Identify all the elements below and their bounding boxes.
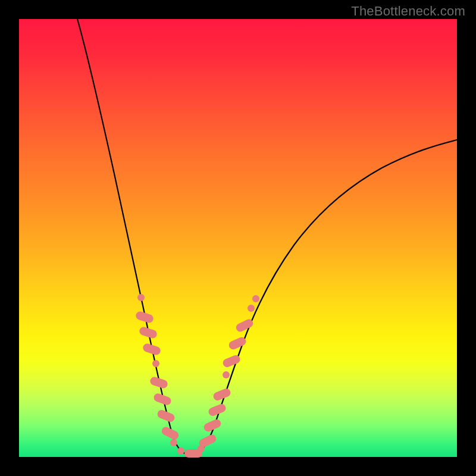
marker-dot bbox=[152, 360, 159, 367]
watermark-text: TheBottleneck.com bbox=[351, 4, 465, 19]
bottleneck-curve bbox=[77, 19, 457, 455]
marker-dot bbox=[223, 371, 230, 378]
curve-layer bbox=[19, 19, 457, 457]
marker-pill bbox=[221, 354, 241, 368]
left-branch-markers bbox=[135, 294, 184, 455]
marker-dot bbox=[248, 305, 255, 312]
marker-dot bbox=[252, 295, 259, 302]
marker-pill bbox=[212, 387, 231, 402]
marker-dot bbox=[177, 447, 184, 455]
plot-area bbox=[19, 19, 457, 457]
marker-pill bbox=[207, 403, 227, 417]
marker-pill bbox=[227, 336, 247, 351]
chart-frame: TheBottleneck.com bbox=[0, 0, 476, 476]
marker-dot bbox=[137, 294, 145, 301]
right-branch-markers bbox=[198, 295, 259, 452]
marker-dot bbox=[170, 439, 177, 446]
